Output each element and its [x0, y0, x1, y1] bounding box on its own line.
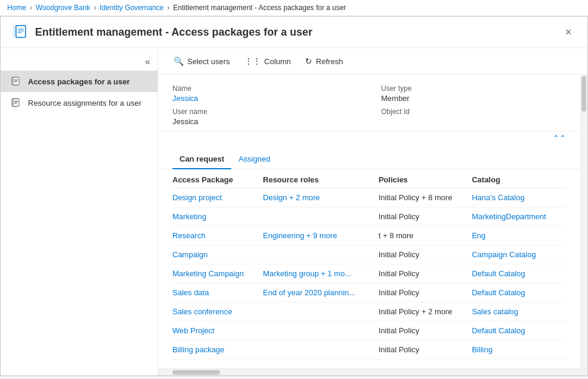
table-container: Access Package Resource roles Policies C…	[158, 169, 580, 359]
table-cell-catalog[interactable]: Billing	[472, 340, 566, 359]
sidebar-header: «	[1, 53, 158, 71]
collapse-icon: ⌃⌃	[553, 134, 566, 143]
table-cell-catalog[interactable]: Campaign Catalog	[472, 245, 566, 264]
column-icon: ⋮⋮	[244, 56, 261, 66]
table-cell-access-package[interactable]: Research	[172, 226, 263, 245]
tab-assigned[interactable]: Assigned	[231, 150, 277, 169]
select-users-label: Select users	[187, 57, 230, 66]
col-header-policies: Policies	[379, 169, 472, 188]
table-row: MarketingInitial PolicyMarketingDepartme…	[172, 207, 566, 226]
table-cell-access-package[interactable]: Design project	[172, 188, 263, 207]
toolbar: 🔍 Select users ⋮⋮ Column ↻ Refresh	[158, 48, 587, 75]
column-label: Column	[265, 57, 291, 66]
access-packages-icon	[10, 75, 22, 87]
breadcrumb-sep-2: ›	[94, 4, 96, 12]
refresh-button[interactable]: ↻ Refresh	[299, 53, 349, 70]
username-value: Jessica	[172, 117, 357, 126]
sidebar-item-access-packages[interactable]: Access packages for a user	[1, 71, 158, 92]
table-cell-catalog[interactable]: Default Catalog	[472, 321, 566, 340]
select-users-button[interactable]: 🔍 Select users	[168, 53, 236, 70]
table-cell-access-package[interactable]: Marketing	[172, 207, 263, 226]
dialog-body: « Access packages for a user	[1, 48, 587, 375]
name-label: Name	[172, 84, 357, 93]
tab-can-request[interactable]: Can request	[172, 150, 231, 169]
table-row: Marketing CampaignMarketing group + 1 mo…	[172, 264, 566, 283]
breadcrumb-identity-governance[interactable]: Identity Governance	[100, 4, 163, 12]
table-row: Sales dataEnd of year 2020 plannin...Ini…	[172, 283, 566, 302]
user-type-field: User type Member	[381, 84, 566, 103]
breadcrumb-home[interactable]: Home	[7, 4, 26, 12]
breadcrumb-sep-3: ›	[167, 4, 169, 12]
table-cell-policies: Initial Policy	[379, 283, 472, 302]
breadcrumb-current: Entitlement management - Access packages…	[173, 4, 346, 12]
table-cell-catalog[interactable]: MarketingDepartment	[472, 207, 566, 226]
user-info: Name Jessica User type Member User name …	[158, 75, 580, 131]
table-cell-access-package[interactable]: Web Project	[172, 321, 263, 340]
table-cell-policies: Initial Policy	[379, 340, 472, 359]
table-cell-policies: Initial Policy	[379, 264, 472, 283]
object-id-field: Object Id	[381, 108, 566, 126]
dialog-title: Entitlement management - Access packages…	[35, 26, 559, 39]
tabs: Can request Assigned	[158, 150, 580, 169]
collapse-bar[interactable]: ⌃⌃	[158, 131, 580, 145]
table-cell-policies: Initial Policy	[379, 207, 472, 226]
sidebar-item-resource-assignments-label: Resource assignments for a user	[28, 99, 142, 108]
table-cell-catalog[interactable]: Default Catalog	[472, 264, 566, 283]
table-cell-resource-roles	[263, 207, 378, 226]
table-cell-resource-roles[interactable]: Engineering + 9 more	[263, 226, 378, 245]
col-header-access-package: Access Package	[172, 169, 263, 188]
access-packages-table: Access Package Resource roles Policies C…	[172, 169, 566, 359]
table-cell-resource-roles	[263, 321, 378, 340]
table-cell-access-package[interactable]: Sales conference	[172, 302, 263, 321]
table-cell-access-package[interactable]: Marketing Campaign	[172, 264, 263, 283]
content-main: Name Jessica User type Member User name …	[158, 75, 580, 368]
table-row: ResearchEngineering + 9 moret + 8 moreEn…	[172, 226, 566, 245]
table-cell-resource-roles[interactable]: End of year 2020 plannin...	[263, 283, 378, 302]
username-field: User name Jessica	[172, 108, 357, 126]
refresh-icon: ↻	[305, 56, 312, 66]
column-button[interactable]: ⋮⋮ Column	[238, 53, 297, 70]
content-area: Name Jessica User type Member User name …	[158, 75, 587, 368]
table-cell-policies: Initial Policy + 2 more	[379, 302, 472, 321]
table-cell-catalog[interactable]: Sales catalog	[472, 302, 566, 321]
sidebar-collapse-button[interactable]: «	[143, 55, 153, 68]
user-type-label: User type	[381, 84, 566, 93]
table-cell-catalog[interactable]: Eng	[472, 226, 566, 245]
table-cell-access-package[interactable]: Campaign	[172, 245, 263, 264]
name-value[interactable]: Jessica	[172, 94, 357, 103]
table-cell-resource-roles	[263, 302, 378, 321]
breadcrumb-woodgrove[interactable]: Woodgrove Bank	[36, 4, 90, 12]
bottom-scrollbar-thumb	[172, 370, 220, 375]
dialog-header: Entitlement management - Access packages…	[1, 17, 587, 48]
dialog-close-button[interactable]: ×	[559, 23, 578, 42]
table-cell-catalog[interactable]: Default Catalog	[472, 283, 566, 302]
search-icon: 🔍	[174, 56, 184, 66]
table-cell-resource-roles[interactable]: Marketing group + 1 mo...	[263, 264, 378, 283]
scrollbar-right[interactable]	[580, 75, 587, 368]
user-type-value: Member	[381, 94, 566, 103]
table-cell-access-package[interactable]: Billing package	[172, 340, 263, 359]
table-cell-resource-roles	[263, 245, 378, 264]
object-id-label: Object Id	[381, 108, 566, 116]
table-row: Web ProjectInitial PolicyDefault Catalog	[172, 321, 566, 340]
table-cell-access-package[interactable]: Sales data	[172, 283, 263, 302]
col-header-catalog: Catalog	[472, 169, 566, 188]
sidebar-item-resource-assignments[interactable]: Resource assignments for a user	[1, 92, 158, 113]
table-cell-resource-roles[interactable]: Design + 2 more	[263, 188, 378, 207]
scrollbar-thumb	[581, 76, 586, 112]
table-cell-catalog[interactable]: Hana's Catalog	[472, 188, 566, 207]
col-header-resource-roles: Resource roles	[263, 169, 378, 188]
dialog: Entitlement management - Access packages…	[0, 16, 588, 376]
table-cell-policies: Initial Policy	[379, 321, 472, 340]
username-label: User name	[172, 108, 357, 116]
entitlement-icon	[10, 23, 29, 42]
table-cell-resource-roles	[263, 340, 378, 359]
main-content: 🔍 Select users ⋮⋮ Column ↻ Refresh	[158, 48, 587, 375]
table-cell-policies: Initial Policy	[379, 245, 472, 264]
breadcrumb: Home › Woodgrove Bank › Identity Governa…	[0, 0, 588, 16]
bottom-scrollbar[interactable]	[158, 368, 587, 375]
sidebar: « Access packages for a user	[1, 48, 158, 375]
table-row: CampaignInitial PolicyCampaign Catalog	[172, 245, 566, 264]
breadcrumb-sep-1: ›	[30, 4, 32, 12]
refresh-label: Refresh	[316, 57, 343, 66]
